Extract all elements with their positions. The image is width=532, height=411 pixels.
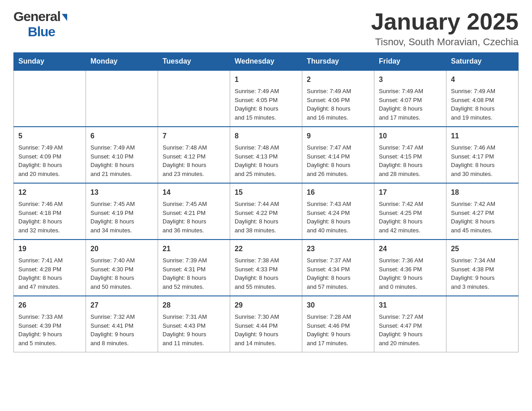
day-number: 4 [451, 74, 514, 85]
day-info: Sunrise: 7:34 AM Sunset: 4:38 PM Dayligh… [451, 256, 514, 291]
calendar-cell: 2Sunrise: 7:49 AM Sunset: 4:06 PM Daylig… [302, 70, 374, 127]
calendar-cell: 1Sunrise: 7:49 AM Sunset: 4:05 PM Daylig… [230, 70, 302, 127]
day-info: Sunrise: 7:32 AM Sunset: 4:41 PM Dayligh… [90, 313, 153, 347]
day-info: Sunrise: 7:45 AM Sunset: 4:19 PM Dayligh… [90, 200, 153, 235]
calendar-cell: 31Sunrise: 7:27 AM Sunset: 4:47 PM Dayli… [374, 296, 446, 352]
weekday-header-saturday: Saturday [446, 53, 519, 71]
day-number: 22 [235, 244, 297, 254]
calendar-cell: 18Sunrise: 7:42 AM Sunset: 4:27 PM Dayli… [446, 183, 519, 240]
day-number: 19 [18, 244, 81, 254]
calendar-cell: 24Sunrise: 7:36 AM Sunset: 4:36 PM Dayli… [374, 240, 446, 296]
calendar-cell: 28Sunrise: 7:31 AM Sunset: 4:43 PM Dayli… [158, 296, 230, 352]
calendar-cell: 3Sunrise: 7:49 AM Sunset: 4:07 PM Daylig… [374, 70, 446, 127]
day-number: 26 [18, 300, 81, 311]
calendar-week-1: 1Sunrise: 7:49 AM Sunset: 4:05 PM Daylig… [14, 70, 519, 127]
weekday-header-friday: Friday [374, 53, 446, 71]
day-number: 12 [18, 187, 81, 198]
day-info: Sunrise: 7:42 AM Sunset: 4:25 PM Dayligh… [379, 200, 442, 235]
day-info: Sunrise: 7:44 AM Sunset: 4:22 PM Dayligh… [235, 200, 297, 235]
calendar-cell: 29Sunrise: 7:30 AM Sunset: 4:44 PM Dayli… [230, 296, 302, 352]
weekday-header-sunday: Sunday [14, 53, 86, 71]
day-number: 5 [18, 131, 81, 141]
day-number: 2 [307, 74, 369, 85]
calendar-cell: 4Sunrise: 7:49 AM Sunset: 4:08 PM Daylig… [446, 70, 519, 127]
logo-blue-text: Blue [28, 24, 55, 39]
calendar-cell: 16Sunrise: 7:43 AM Sunset: 4:24 PM Dayli… [302, 183, 374, 240]
calendar-cell: 26Sunrise: 7:33 AM Sunset: 4:39 PM Dayli… [14, 296, 86, 352]
day-info: Sunrise: 7:49 AM Sunset: 4:06 PM Dayligh… [307, 87, 369, 122]
day-info: Sunrise: 7:48 AM Sunset: 4:13 PM Dayligh… [235, 143, 297, 178]
day-info: Sunrise: 7:49 AM Sunset: 4:09 PM Dayligh… [18, 143, 81, 178]
month-title: January 2025 [371, 9, 519, 34]
day-info: Sunrise: 7:28 AM Sunset: 4:46 PM Dayligh… [307, 313, 369, 347]
calendar-cell: 19Sunrise: 7:41 AM Sunset: 4:28 PM Dayli… [14, 240, 86, 296]
day-number: 27 [90, 300, 153, 311]
day-info: Sunrise: 7:45 AM Sunset: 4:21 PM Dayligh… [163, 200, 225, 235]
calendar-cell: 11Sunrise: 7:46 AM Sunset: 4:17 PM Dayli… [446, 127, 519, 183]
day-info: Sunrise: 7:41 AM Sunset: 4:28 PM Dayligh… [18, 256, 81, 291]
day-number: 1 [235, 74, 297, 85]
calendar-week-3: 12Sunrise: 7:46 AM Sunset: 4:18 PM Dayli… [14, 183, 519, 240]
day-info: Sunrise: 7:49 AM Sunset: 4:08 PM Dayligh… [451, 87, 514, 122]
day-number: 9 [307, 131, 369, 141]
day-number: 24 [379, 244, 442, 254]
weekday-header-monday: Monday [86, 53, 158, 71]
calendar-cell: 6Sunrise: 7:49 AM Sunset: 4:10 PM Daylig… [86, 127, 158, 183]
day-number: 25 [451, 244, 514, 254]
calendar-cell: 20Sunrise: 7:40 AM Sunset: 4:30 PM Dayli… [86, 240, 158, 296]
calendar-cell: 15Sunrise: 7:44 AM Sunset: 4:22 PM Dayli… [230, 183, 302, 240]
calendar-table: SundayMondayTuesdayWednesdayThursdayFrid… [13, 52, 519, 352]
day-info: Sunrise: 7:37 AM Sunset: 4:34 PM Dayligh… [307, 256, 369, 291]
day-number: 23 [307, 244, 369, 254]
day-info: Sunrise: 7:47 AM Sunset: 4:14 PM Dayligh… [307, 143, 369, 178]
calendar-cell: 17Sunrise: 7:42 AM Sunset: 4:25 PM Dayli… [374, 183, 446, 240]
calendar-cell: 23Sunrise: 7:37 AM Sunset: 4:34 PM Dayli… [302, 240, 374, 296]
location-subtitle: Tisnov, South Moravian, Czechia [371, 36, 519, 48]
calendar-cell: 5Sunrise: 7:49 AM Sunset: 4:09 PM Daylig… [14, 127, 86, 183]
day-info: Sunrise: 7:40 AM Sunset: 4:30 PM Dayligh… [90, 256, 153, 291]
logo-general-text: General [13, 9, 60, 24]
day-info: Sunrise: 7:49 AM Sunset: 4:05 PM Dayligh… [235, 87, 297, 122]
day-info: Sunrise: 7:49 AM Sunset: 4:07 PM Dayligh… [379, 87, 442, 122]
day-info: Sunrise: 7:46 AM Sunset: 4:18 PM Dayligh… [18, 200, 81, 235]
logo: General Blue [13, 9, 67, 39]
day-number: 14 [163, 187, 225, 198]
day-number: 15 [235, 187, 297, 198]
weekday-header-wednesday: Wednesday [230, 53, 302, 71]
day-info: Sunrise: 7:48 AM Sunset: 4:12 PM Dayligh… [163, 143, 225, 178]
calendar-cell: 13Sunrise: 7:45 AM Sunset: 4:19 PM Dayli… [86, 183, 158, 240]
day-number: 7 [163, 131, 225, 141]
day-info: Sunrise: 7:42 AM Sunset: 4:27 PM Dayligh… [451, 200, 514, 235]
calendar-header: SundayMondayTuesdayWednesdayThursdayFrid… [14, 53, 519, 71]
day-number: 16 [307, 187, 369, 198]
day-info: Sunrise: 7:39 AM Sunset: 4:31 PM Dayligh… [163, 256, 225, 291]
calendar-cell: 7Sunrise: 7:48 AM Sunset: 4:12 PM Daylig… [158, 127, 230, 183]
day-info: Sunrise: 7:36 AM Sunset: 4:36 PM Dayligh… [379, 256, 442, 291]
day-number: 6 [90, 131, 153, 141]
day-info: Sunrise: 7:46 AM Sunset: 4:17 PM Dayligh… [451, 143, 514, 178]
calendar-week-2: 5Sunrise: 7:49 AM Sunset: 4:09 PM Daylig… [14, 127, 519, 183]
title-block: January 2025 Tisnov, South Moravian, Cze… [371, 9, 519, 48]
day-number: 17 [379, 187, 442, 198]
day-info: Sunrise: 7:49 AM Sunset: 4:10 PM Dayligh… [90, 143, 153, 178]
day-number: 31 [379, 300, 442, 311]
calendar-cell: 10Sunrise: 7:47 AM Sunset: 4:15 PM Dayli… [374, 127, 446, 183]
calendar-cell: 8Sunrise: 7:48 AM Sunset: 4:13 PM Daylig… [230, 127, 302, 183]
day-number: 10 [379, 131, 442, 141]
day-info: Sunrise: 7:33 AM Sunset: 4:39 PM Dayligh… [18, 313, 81, 347]
calendar-cell: 30Sunrise: 7:28 AM Sunset: 4:46 PM Dayli… [302, 296, 374, 352]
day-info: Sunrise: 7:31 AM Sunset: 4:43 PM Dayligh… [163, 313, 225, 347]
calendar-cell: 9Sunrise: 7:47 AM Sunset: 4:14 PM Daylig… [302, 127, 374, 183]
calendar-cell: 21Sunrise: 7:39 AM Sunset: 4:31 PM Dayli… [158, 240, 230, 296]
calendar-cell [86, 70, 158, 127]
calendar-cell [446, 296, 519, 352]
day-number: 11 [451, 131, 514, 141]
day-number: 20 [90, 244, 153, 254]
calendar-cell [158, 70, 230, 127]
calendar-cell: 14Sunrise: 7:45 AM Sunset: 4:21 PM Dayli… [158, 183, 230, 240]
weekday-header-row: SundayMondayTuesdayWednesdayThursdayFrid… [14, 53, 519, 71]
calendar-cell [14, 70, 86, 127]
day-info: Sunrise: 7:30 AM Sunset: 4:44 PM Dayligh… [235, 313, 297, 347]
day-info: Sunrise: 7:27 AM Sunset: 4:47 PM Dayligh… [379, 313, 442, 347]
calendar-week-4: 19Sunrise: 7:41 AM Sunset: 4:28 PM Dayli… [14, 240, 519, 296]
